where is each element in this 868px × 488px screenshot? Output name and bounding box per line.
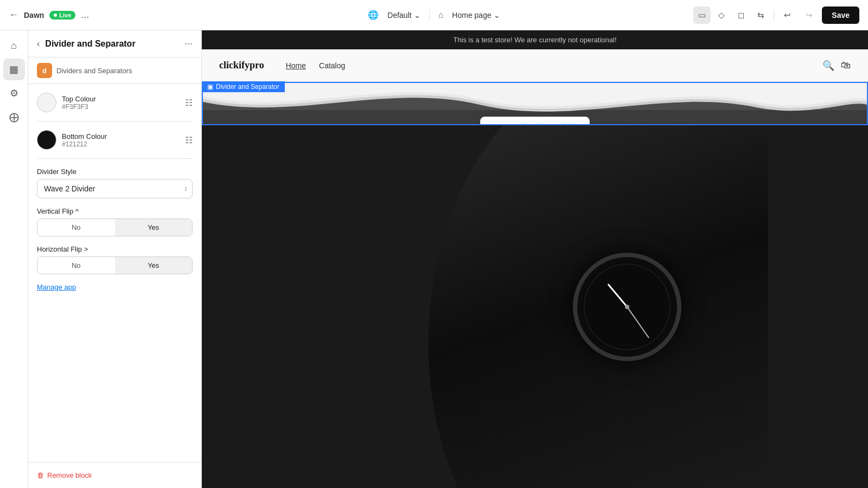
top-colour-row: Top Colour #F3F3F3 ☷	[37, 93, 193, 112]
vertical-flip-toggle: No Yes	[37, 219, 193, 236]
store-nav-links: Home Catalog	[286, 61, 822, 70]
divider-line-2	[37, 158, 193, 159]
remove-block-button[interactable]: 🗑 Remove block	[37, 471, 92, 479]
topbar-separator	[429, 10, 430, 21]
topbar-center: 🌐 Default ⌄ ⌂ Home page ⌄	[295, 10, 574, 21]
top-colour-hex: #F3F3F3	[62, 103, 180, 111]
manage-app-link[interactable]: Manage app	[37, 283, 193, 291]
horizontal-yes-button[interactable]: Yes	[115, 257, 193, 274]
store-banner: This is a test store! We are currently n…	[202, 30, 868, 49]
sidebar-item-apps[interactable]: ⨁	[3, 106, 25, 128]
sidebar-item-sections[interactable]: ▦	[3, 59, 25, 80]
dropdown-arrow-icon: ⌄	[414, 11, 420, 20]
live-badge: Live	[49, 11, 75, 20]
tablet-view-button[interactable]: ◇	[713, 7, 730, 24]
default-label: Default	[387, 11, 411, 20]
live-label: Live	[59, 12, 71, 18]
panel-subtitle: Dividers and Separators	[56, 67, 132, 75]
bottom-colour-label: Bottom Colour	[62, 132, 180, 140]
live-dot	[54, 14, 57, 17]
panel-header: ‹ Divider and Separator ···	[28, 30, 201, 57]
bottom-colour-hex: #121212	[62, 140, 180, 148]
desktop-view-button[interactable]: ▭	[693, 7, 711, 24]
divider-svg-container: ⇤ ⇥ ▭ ◉ 🗑	[202, 82, 868, 125]
top-colour-label: Top Colour	[62, 95, 180, 103]
bottom-colour-action-icon[interactable]: ☷	[185, 135, 193, 145]
globe-icon: 🌐	[368, 10, 379, 20]
sidebar-item-home[interactable]: ⌂	[3, 35, 25, 56]
horizontal-flip-label: Horizontal Flip >	[37, 245, 193, 253]
save-button[interactable]: Save	[822, 7, 859, 24]
divider-style-label: Divider Style	[37, 168, 193, 176]
float-toolbar: ⇤ ⇥ ▭ ◉ 🗑	[480, 117, 590, 125]
store-nav: clickifypro Home Catalog 🔍 🛍	[202, 49, 868, 82]
mobile-view-button[interactable]: ◻	[732, 7, 750, 24]
top-colour-action-icon[interactable]: ☷	[185, 98, 193, 108]
divider-section: ▣ Divider and Separator ⇤	[202, 82, 868, 125]
search-icon[interactable]: 🔍	[822, 60, 834, 72]
divider-label-tag[interactable]: ▣ Divider and Separator	[202, 81, 285, 92]
nav-catalog-link[interactable]: Catalog	[319, 61, 345, 70]
divider-tag-label: Divider and Separator	[216, 83, 279, 91]
divider-style-select-wrapper: Wave 2 Divider Wave 1 Divider Wave 3 Div…	[37, 179, 193, 198]
topbar-right: ▭ ◇ ◻ ⇆ ↩ ↪ Save	[580, 7, 859, 24]
topbar-left: ← Dawn Live ...	[9, 9, 288, 21]
watch-face	[573, 253, 681, 361]
panel-more-button[interactable]: ···	[184, 38, 193, 49]
bottom-colour-info: Bottom Colour #121212	[62, 132, 180, 148]
more-options-button[interactable]: ...	[81, 9, 89, 21]
panel-app-icon: d	[37, 63, 52, 78]
redo-button[interactable]: ↪	[800, 7, 818, 24]
panel-content: Top Colour #F3F3F3 ☷ Bottom Colour #1212…	[28, 84, 201, 462]
vertical-flip-label: Vertical Flip ^	[37, 207, 193, 215]
bottom-colour-row: Bottom Colour #121212 ☷	[37, 130, 193, 150]
remove-block-label: Remove block	[47, 471, 92, 479]
toolbar-move-right-button[interactable]: ⇥	[503, 119, 520, 125]
preview-inner: This is a test store! We are currently n…	[202, 30, 868, 488]
sidebar-item-settings[interactable]: ⚙	[3, 82, 25, 104]
topbar: ← Dawn Live ... 🌐 Default ⌄ ⌂ Home page …	[0, 0, 868, 30]
cart-icon[interactable]: 🛍	[841, 60, 851, 72]
main: ⌂ ▦ ⚙ ⨁ ‹ Divider and Separator ··· d Di…	[0, 30, 868, 488]
bottom-colour-swatch[interactable]	[37, 130, 56, 150]
hand-background	[368, 125, 768, 488]
preview: This is a test store! We are currently n…	[202, 30, 868, 488]
divider-style-select[interactable]: Wave 2 Divider Wave 1 Divider Wave 3 Div…	[37, 179, 193, 198]
vertical-flip-field: Vertical Flip ^ No Yes	[37, 207, 193, 236]
panel-back-button[interactable]: ‹	[37, 39, 40, 49]
panel-subtitle-row: d Dividers and Separators	[28, 57, 201, 84]
nav-home-link[interactable]: Home	[286, 61, 306, 70]
store-logo: clickifypro	[219, 60, 264, 71]
toolbar-delete-button[interactable]: 🗑	[569, 119, 585, 125]
store-nav-icons: 🔍 🛍	[822, 60, 851, 72]
toolbar-move-left-button[interactable]: ⇤	[485, 119, 501, 125]
vertical-no-button[interactable]: No	[37, 219, 115, 236]
panel: ‹ Divider and Separator ··· d Dividers a…	[28, 30, 202, 488]
store-name: Dawn	[24, 11, 44, 20]
top-colour-swatch[interactable]	[37, 93, 56, 112]
horizontal-flip-toggle: No Yes	[37, 256, 193, 274]
dark-section	[202, 125, 868, 488]
home-page-label: Home page	[452, 11, 491, 20]
trash-icon: 🗑	[37, 471, 44, 479]
undo-button[interactable]: ↩	[778, 7, 796, 24]
vertical-yes-button[interactable]: Yes	[115, 219, 193, 236]
panel-footer: 🗑 Remove block	[28, 462, 201, 488]
view-icons: ▭ ◇ ◻ ⇆	[693, 7, 769, 24]
topbar-separator-2	[774, 10, 774, 21]
toolbar-duplicate-button[interactable]: ▭	[527, 119, 543, 125]
horizontal-no-button[interactable]: No	[37, 257, 115, 274]
horizontal-flip-field: Horizontal Flip > No Yes	[37, 245, 193, 274]
homepage-dropdown[interactable]: Home page ⌄	[452, 11, 500, 20]
panel-title: Divider and Separator	[45, 39, 179, 49]
divider-style-field: Divider Style Wave 2 Divider Wave 1 Divi…	[37, 168, 193, 198]
toolbar-hide-button[interactable]: ◉	[545, 119, 561, 125]
top-colour-info: Top Colour #F3F3F3	[62, 95, 180, 111]
divider-tag-icon: ▣	[207, 83, 213, 91]
default-dropdown[interactable]: Default ⌄	[387, 11, 420, 20]
back-icon[interactable]: ←	[9, 9, 18, 21]
watch-image-bg	[202, 125, 868, 488]
stretch-view-button[interactable]: ⇆	[752, 7, 769, 24]
home-dropdown-arrow-icon: ⌄	[494, 11, 500, 20]
home-page-icon: ⌂	[438, 10, 444, 20]
